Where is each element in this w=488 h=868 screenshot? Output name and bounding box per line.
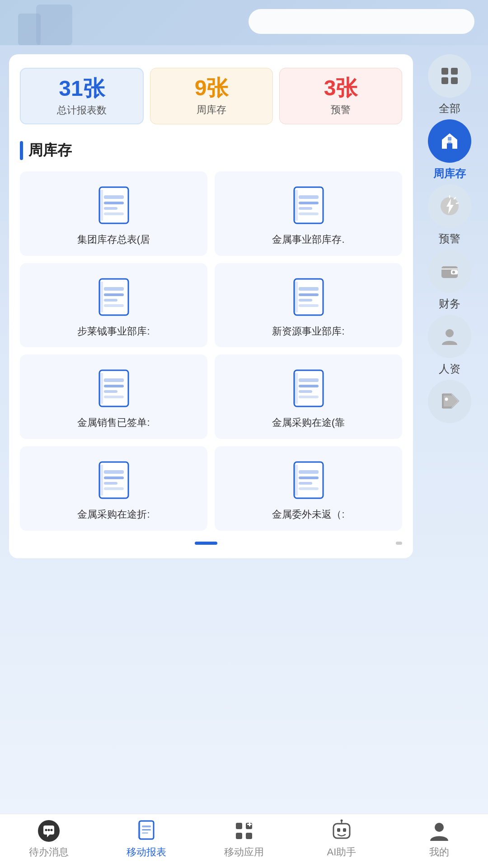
nav-label-messages: 待办消息 — [29, 845, 69, 859]
svg-rect-8 — [294, 187, 323, 223]
svg-rect-6 — [104, 212, 124, 215]
pagination-dot-1 — [396, 542, 402, 545]
sidebar-item-alert[interactable]: 预警 — [428, 184, 471, 246]
svg-rect-71 — [142, 826, 151, 827]
report-name-7: 金属委外未返（: — [272, 508, 344, 522]
svg-rect-14 — [99, 279, 128, 315]
report-doc-icon-4 — [96, 368, 132, 409]
section-header: 周库存 — [20, 141, 402, 160]
svg-rect-33 — [299, 378, 319, 382]
svg-rect-80 — [247, 824, 252, 825]
report-name-6: 金属采购在途折: — [77, 508, 150, 522]
sidebar-item-all[interactable]: 全部 — [428, 54, 471, 116]
home-icon-circle — [428, 119, 471, 163]
svg-rect-5 — [104, 207, 117, 210]
report-doc-icon-0 — [96, 185, 132, 226]
svg-rect-27 — [104, 378, 124, 382]
sidebar-item-weekly[interactable]: 周库存 — [428, 119, 471, 181]
nav-item-reports[interactable]: 移动报表 — [98, 819, 195, 859]
svg-rect-12 — [299, 212, 319, 215]
sidebar-label-all: 全部 — [439, 101, 460, 116]
svg-rect-23 — [299, 299, 312, 302]
alert-icon — [438, 195, 461, 217]
nav-item-profile[interactable]: 我的 — [390, 819, 488, 859]
stat-card-total[interactable]: 31张 总计报表数 — [20, 68, 144, 124]
grid-icon — [439, 66, 460, 86]
svg-rect-19 — [99, 282, 103, 312]
svg-point-69 — [51, 829, 53, 831]
sidebar-label-alert: 预警 — [439, 231, 460, 246]
svg-rect-42 — [104, 487, 124, 490]
sidebar-item-finance[interactable]: 财务 — [428, 250, 471, 311]
stat-card-alert[interactable]: 3张 预警 — [279, 68, 402, 124]
report-card-6[interactable]: 金属采购在途折: — [20, 446, 207, 531]
svg-rect-52 — [441, 77, 448, 84]
nav-label-ai: AI助手 — [327, 845, 357, 859]
svg-rect-22 — [299, 293, 319, 296]
report-card-0[interactable]: 集团库存总表(居 — [20, 171, 207, 256]
svg-rect-26 — [99, 370, 128, 406]
chat-icon — [37, 819, 61, 843]
svg-rect-37 — [293, 373, 298, 404]
svg-rect-38 — [99, 462, 128, 498]
section-title: 周库存 — [28, 141, 72, 160]
sidebar-label-hr: 人资 — [439, 362, 460, 376]
report-card-4[interactable]: 金属销售已签单: — [20, 354, 207, 439]
svg-rect-36 — [299, 396, 319, 398]
stat-number-alert: 3张 — [324, 76, 358, 100]
svg-rect-50 — [441, 68, 448, 75]
report-doc-icon-5 — [291, 368, 327, 409]
right-sidebar: 全部 周库存 — [420, 54, 479, 558]
svg-rect-18 — [104, 304, 124, 307]
svg-rect-30 — [104, 396, 124, 398]
svg-rect-15 — [104, 287, 124, 291]
report-card-7[interactable]: 金属委外未返（: — [215, 446, 402, 531]
section-bar — [20, 141, 23, 160]
svg-rect-82 — [337, 828, 340, 832]
svg-rect-0 — [36, 5, 72, 45]
svg-point-62 — [452, 271, 455, 274]
nav-label-apps: 移动应用 — [224, 845, 264, 859]
svg-rect-49 — [293, 465, 298, 495]
svg-rect-24 — [299, 304, 319, 307]
svg-rect-34 — [299, 385, 319, 387]
bottom-nav: 待办消息 移动报表 移动应用 — [0, 814, 488, 868]
main-layout: 31张 总计报表数 9张 周库存 3张 预警 周库存 — [0, 45, 488, 567]
svg-rect-78 — [246, 833, 252, 839]
report-card-5[interactable]: 金属采购在途(靠 — [215, 354, 402, 439]
nav-item-messages[interactable]: 待办消息 — [0, 819, 98, 859]
report-name-2: 步莱钺事业部库: — [77, 325, 150, 339]
report-name-4: 金属销售已签单: — [77, 416, 150, 430]
nav-label-profile: 我的 — [429, 845, 449, 859]
report-doc-icon-1 — [291, 185, 327, 226]
report-card-1[interactable]: 金属事业部库存. — [215, 171, 402, 256]
svg-rect-47 — [299, 482, 312, 485]
svg-rect-46 — [299, 476, 319, 479]
svg-rect-48 — [299, 487, 319, 490]
stat-number-total: 31张 — [59, 77, 104, 101]
stat-card-weekly[interactable]: 9张 周库存 — [150, 68, 273, 124]
sidebar-item-tag[interactable] — [428, 380, 471, 427]
report-card-2[interactable]: 步莱钺事业部库: — [20, 263, 207, 348]
stat-number-weekly: 9张 — [195, 76, 229, 100]
svg-rect-16 — [104, 293, 124, 296]
report-doc-icon-2 — [96, 277, 132, 317]
sidebar-item-hr[interactable]: 人资 — [428, 315, 471, 376]
home-icon — [438, 130, 461, 152]
svg-rect-3 — [104, 195, 124, 199]
report-name-5: 金属采购在途(靠 — [272, 416, 345, 430]
search-bar[interactable] — [249, 9, 474, 34]
stat-label-total: 总计报表数 — [57, 104, 107, 117]
svg-rect-21 — [299, 287, 319, 291]
tag-icon-circle — [428, 380, 471, 423]
svg-rect-43 — [99, 465, 103, 495]
svg-rect-35 — [299, 390, 312, 393]
nav-item-ai[interactable]: AI助手 — [293, 819, 390, 859]
nav-item-apps[interactable]: 移动应用 — [195, 819, 293, 859]
svg-rect-74 — [138, 823, 141, 838]
report-doc-icon-3 — [291, 277, 327, 317]
report-card-3[interactable]: 新资源事业部库: — [215, 263, 402, 348]
svg-rect-44 — [294, 462, 323, 498]
person-icon — [438, 325, 461, 348]
svg-rect-13 — [293, 190, 298, 221]
